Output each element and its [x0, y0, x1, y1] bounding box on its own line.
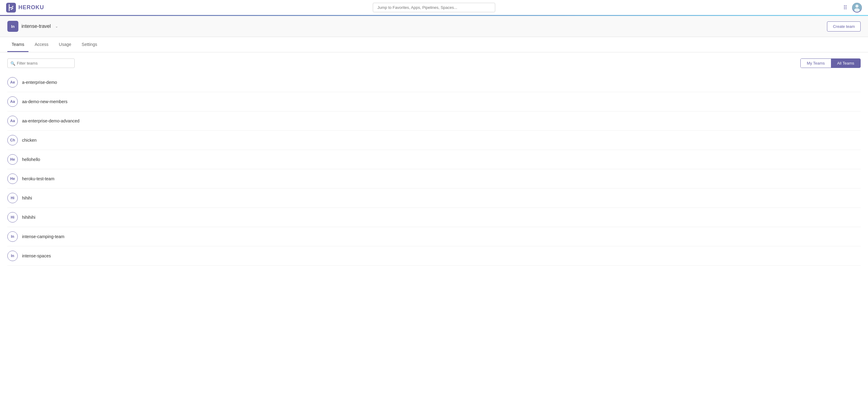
team-list-item[interactable]: Aaaa-enterprise-demo-advanced — [7, 111, 861, 131]
team-name: aa-enterprise-demo-advanced — [22, 119, 80, 123]
my-teams-button[interactable]: My Teams — [801, 59, 831, 68]
team-list-item[interactable]: Aaaa-demo-new-members — [7, 92, 861, 111]
team-list-item[interactable]: Inintense-spaces — [7, 246, 861, 266]
team-name: chicken — [22, 138, 36, 142]
team-name: hihihihi — [22, 215, 35, 220]
logo-text: HEROKU — [18, 4, 44, 11]
team-name: intense-camping-team — [22, 234, 65, 239]
team-list-item[interactable]: Inintense-camping-team — [7, 227, 861, 246]
tab-settings[interactable]: Settings — [78, 37, 102, 52]
heroku-logo-icon — [6, 3, 16, 12]
team-name: heroku-test-team — [22, 176, 55, 181]
team-name: aa-demo-new-members — [22, 99, 68, 104]
subheader: In intense-travel ⌄ Create team — [0, 16, 868, 37]
avatar-image — [852, 3, 862, 12]
filter-input-wrap: 🔍 — [7, 59, 75, 68]
tab-usage[interactable]: Usage — [55, 37, 75, 52]
team-avatar: He — [7, 173, 18, 184]
team-avatar: In — [7, 231, 18, 242]
filter-search-icon: 🔍 — [10, 61, 15, 65]
create-team-button[interactable]: Create team — [827, 22, 861, 32]
all-teams-button[interactable]: All Teams — [831, 59, 860, 68]
svg-point-3 — [854, 8, 860, 12]
team-avatar: In — [7, 251, 18, 261]
tabs-bar: Teams Access Usage Settings — [0, 37, 868, 52]
filter-teams-input[interactable] — [7, 59, 75, 68]
team-list: Aea-enterprise-demoAaaa-demo-new-members… — [7, 73, 861, 266]
team-avatar: Hi — [7, 212, 18, 223]
team-name: hihihi — [22, 196, 32, 200]
org-identity: In intense-travel ⌄ — [7, 21, 58, 32]
team-list-item[interactable]: Hihihihi — [7, 189, 861, 208]
filter-row: 🔍 My Teams All Teams — [7, 59, 861, 68]
global-search-input[interactable] — [373, 3, 495, 12]
team-avatar: Ch — [7, 135, 18, 146]
team-name: hellohello — [22, 157, 40, 162]
team-list-item[interactable]: Heheroku-test-team — [7, 169, 861, 189]
teams-toggle-group: My Teams All Teams — [800, 59, 861, 68]
org-avatar: In — [7, 21, 18, 32]
team-avatar: He — [7, 154, 18, 165]
org-chevron-icon[interactable]: ⌄ — [55, 24, 58, 28]
svg-point-2 — [856, 5, 859, 8]
team-avatar: Hi — [7, 193, 18, 203]
team-list-item[interactable]: Chchicken — [7, 131, 861, 150]
avatar-svg — [852, 3, 862, 12]
logo-link[interactable]: HEROKU — [6, 3, 44, 12]
team-name: a-enterprise-demo — [22, 80, 57, 85]
apps-grid-icon[interactable]: ⠿ — [843, 4, 847, 11]
topnav: HEROKU ⠿ — [0, 0, 868, 16]
org-name: intense-travel — [22, 24, 51, 29]
user-avatar[interactable] — [852, 3, 862, 12]
team-list-item[interactable]: Aea-enterprise-demo — [7, 73, 861, 92]
team-list-item[interactable]: Hehellohello — [7, 150, 861, 169]
topnav-right: ⠿ — [843, 3, 862, 12]
team-avatar: Ae — [7, 77, 18, 88]
team-avatar: Aa — [7, 96, 18, 107]
team-name: intense-spaces — [22, 253, 51, 258]
main-content: 🔍 My Teams All Teams Aea-enterprise-demo… — [0, 52, 868, 272]
global-search-wrap — [373, 3, 495, 12]
team-list-item[interactable]: Hihihihihi — [7, 208, 861, 227]
team-avatar: Aa — [7, 116, 18, 126]
tab-teams[interactable]: Teams — [7, 37, 28, 52]
tab-access[interactable]: Access — [30, 37, 53, 52]
